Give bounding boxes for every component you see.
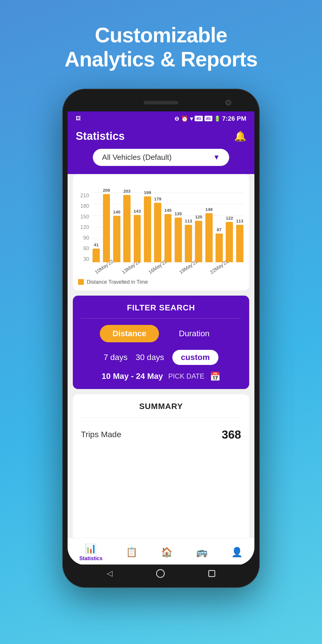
bar-5: 199 — [144, 196, 151, 262]
status-time: 7:26 PM — [222, 115, 246, 122]
status-bar: 🖼 ⊖ ⏰ ▾ 4G 4G 🔋 7:26 PM — [68, 111, 254, 125]
calendar-icon[interactable]: 📅 — [210, 371, 220, 381]
bar-group-3: 203 — [123, 193, 131, 262]
bar-13: 122 — [226, 222, 233, 262]
bar-label-12: 87 — [217, 227, 222, 232]
do-not-disturb-icon: ⊖ — [174, 115, 179, 122]
filter-period: 7 days 30 days custom — [81, 350, 241, 365]
reports-icon: 📋 — [126, 547, 138, 558]
hero-title: CustomizableAnalytics & Reports — [64, 23, 257, 71]
vehicles-icon: 🚌 — [196, 547, 208, 558]
bar-label-8: 135 — [175, 211, 182, 216]
bar-1: 206 — [103, 194, 110, 262]
bar-group-10: 125 — [194, 193, 203, 262]
summary-section: SUMMARY Trips Made 368 — [73, 394, 249, 538]
y-label-180: 180 — [78, 203, 89, 209]
bar-10: 125 — [195, 221, 202, 262]
nav-profile[interactable]: 👤 — [231, 547, 243, 558]
android-nav-bar: ◁ — [68, 565, 254, 583]
bar-group-7: 145 — [164, 193, 172, 262]
y-label-210: 210 — [78, 193, 89, 199]
summary-title: SUMMARY — [81, 402, 241, 411]
filter-divider — [81, 318, 241, 319]
vehicle-dropdown-section: All Vehicles (Default) ▼ — [68, 149, 254, 174]
bar-group-8: 135 — [174, 193, 182, 262]
y-label-150: 150 — [78, 214, 89, 220]
bars-container: 4120614020314319917914513511312514887122… — [92, 193, 244, 262]
nav-reports[interactable]: 📋 — [126, 547, 138, 558]
bar-group-9: 113 — [184, 193, 193, 262]
nav-home[interactable]: 🏠 — [161, 547, 173, 558]
vehicle-dropdown[interactable]: All Vehicles (Default) ▼ — [93, 149, 229, 166]
recents-button[interactable] — [208, 570, 215, 577]
bar-label-13: 122 — [226, 216, 233, 220]
y-label-60: 60 — [78, 245, 89, 252]
bar-3: 203 — [123, 195, 131, 262]
wifi-icon: ▾ — [190, 115, 193, 122]
image-icon: 🖼 — [76, 115, 81, 122]
battery-icon: 🔋 — [214, 115, 220, 122]
bar-group-13: 122 — [225, 193, 234, 262]
y-label-120: 120 — [78, 224, 89, 230]
bar-label-11: 148 — [205, 207, 213, 212]
bell-icon[interactable]: 🔔 — [234, 130, 246, 142]
filter-title: FILTER SEARCH — [81, 303, 241, 312]
trips-label: Trips Made — [81, 430, 121, 439]
dropdown-arrow-icon: ▼ — [213, 153, 220, 161]
period-custom[interactable]: custom — [172, 350, 219, 365]
bar-6: 179 — [154, 203, 161, 262]
period-30days[interactable]: 30 days — [135, 353, 164, 362]
x-label-1 — [115, 264, 120, 270]
vehicle-dropdown-label: All Vehicles (Default) — [102, 153, 172, 162]
profile-icon: 👤 — [231, 547, 243, 558]
summary-divider — [81, 417, 241, 418]
bar-group-0: 41 — [92, 193, 100, 262]
bar-group-11: 148 — [205, 193, 213, 262]
signal-icon: 4G — [195, 116, 202, 121]
legend-color-dot — [78, 279, 84, 285]
alarm-icon: ⏰ — [181, 115, 188, 122]
bar-0: 41 — [93, 249, 100, 262]
bar-group-1: 206 — [102, 193, 111, 262]
filter-tabs: Distance Duration — [81, 325, 241, 342]
summary-row-trips: Trips Made 368 — [81, 423, 241, 446]
bar-label-1: 206 — [103, 188, 110, 193]
home-icon: 🏠 — [161, 547, 173, 558]
bar-group-14: 113 — [236, 193, 244, 262]
trips-value: 368 — [222, 428, 241, 441]
filter-tab-distance[interactable]: Distance — [100, 325, 159, 342]
bar-group-5: 199 — [143, 193, 152, 262]
nav-vehicles[interactable]: 🚌 — [196, 547, 208, 558]
nav-statistics[interactable]: 📊 Statistics — [79, 543, 102, 562]
bar-label-0: 41 — [94, 242, 99, 247]
y-axis: 210 180 150 120 90 60 30 — [78, 193, 89, 262]
x-label-3 — [142, 264, 147, 270]
bar-label-14: 113 — [236, 218, 243, 223]
app-title: Statistics — [76, 130, 125, 142]
bar-12: 87 — [216, 234, 223, 262]
hero-section: CustomizableAnalytics & Reports — [47, 0, 275, 71]
status-right: ⊖ ⏰ ▾ 4G 4G 🔋 7:26 PM — [174, 115, 246, 122]
statistics-icon: 📊 — [85, 543, 97, 554]
bar-group-4: 143 — [133, 193, 141, 262]
filter-tab-duration[interactable]: Duration — [166, 325, 222, 342]
app-header: Statistics 🔔 — [68, 125, 254, 149]
bar-label-4: 143 — [133, 209, 141, 214]
x-axis: 10May'2213May'2216May'2219May'2222May'22 — [78, 265, 244, 270]
back-button[interactable]: ◁ — [107, 569, 113, 578]
bar-4: 143 — [134, 215, 141, 262]
bar-label-5: 199 — [144, 190, 151, 195]
filter-section: FILTER SEARCH Distance Duration 7 days 3… — [73, 296, 249, 389]
bar-2: 140 — [113, 216, 120, 262]
period-7days[interactable]: 7 days — [104, 353, 128, 362]
bottom-nav: 📊 Statistics 📋 🏠 🚌 👤 — [68, 538, 254, 565]
bar-8: 135 — [175, 218, 182, 262]
phone-notch — [68, 94, 254, 111]
nav-statistics-label: Statistics — [79, 556, 102, 562]
pick-date-label: PICK DATE — [168, 372, 205, 380]
date-range-text: 10 May - 24 May — [102, 372, 163, 381]
home-button[interactable] — [156, 569, 165, 578]
legend-label: Distance Travelled in Time — [87, 279, 148, 285]
bar-7: 145 — [164, 214, 172, 262]
chart-area: 210 180 150 120 90 60 30 — [78, 181, 244, 262]
